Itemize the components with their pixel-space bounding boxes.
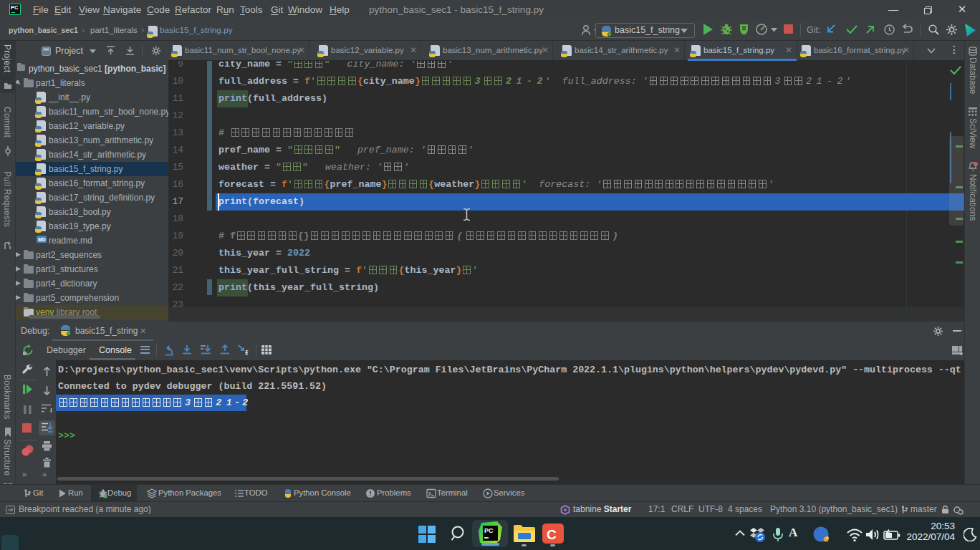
svg-text:C: C [547,527,557,542]
svg-text:I: I [245,349,249,356]
svg-text:PC: PC [484,527,494,534]
svg-text:MD: MD [38,237,46,242]
